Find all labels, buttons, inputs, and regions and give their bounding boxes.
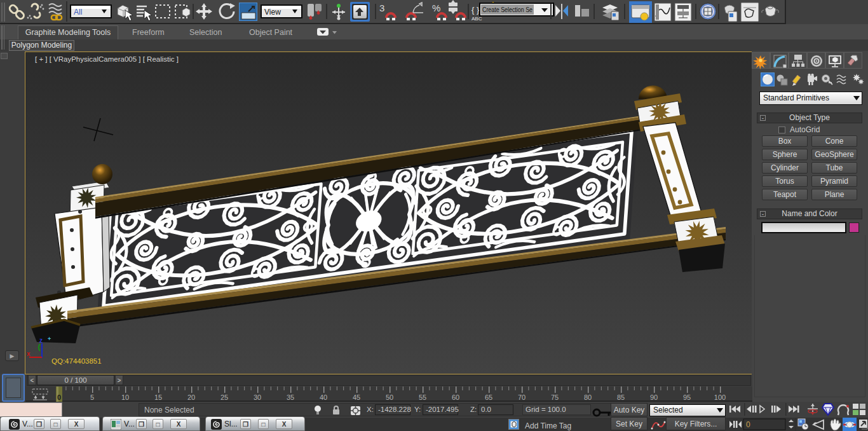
svg-text:3: 3: [379, 3, 384, 13]
svg-text:40: 40: [320, 393, 327, 401]
svg-text:85: 85: [617, 393, 625, 401]
svg-text:0: 0: [746, 420, 750, 429]
svg-text:90: 90: [650, 393, 658, 401]
svg-text:95: 95: [683, 393, 691, 401]
svg-text:[ + ] [ VRayPhysicalCamera005: [ + ] [ VRayPhysicalCamera005 ] [ Realis…: [35, 55, 179, 63]
svg-text:x: x: [27, 350, 31, 357]
svg-text:QQ:474403851: QQ:474403851: [51, 357, 102, 365]
svg-text:{ }: { }: [471, 5, 480, 15]
svg-text:65: 65: [485, 393, 492, 401]
svg-text:Create Selection Se: Create Selection Se: [482, 6, 532, 13]
svg-text:+: +: [48, 336, 51, 342]
svg-text:0: 0: [57, 393, 61, 401]
svg-text:50: 50: [386, 393, 393, 401]
svg-text:80: 80: [584, 393, 592, 401]
svg-text:100: 100: [714, 393, 726, 401]
svg-text:60: 60: [452, 393, 459, 401]
svg-text:70: 70: [518, 393, 526, 401]
svg-text:15: 15: [154, 393, 162, 401]
svg-text:45: 45: [353, 393, 360, 401]
svg-text:25: 25: [220, 393, 228, 401]
svg-text:30: 30: [254, 393, 261, 401]
svg-text:ABC: ABC: [471, 16, 482, 22]
svg-text:z: z: [39, 337, 43, 344]
svg-text:10: 10: [121, 393, 129, 401]
svg-text:5: 5: [90, 393, 94, 401]
svg-text:View: View: [264, 8, 281, 17]
svg-text:35: 35: [287, 393, 294, 401]
svg-text:55: 55: [419, 393, 426, 401]
svg-text:All: All: [74, 8, 82, 17]
svg-text:20: 20: [187, 393, 195, 401]
svg-text:75: 75: [551, 393, 559, 401]
svg-text:%: %: [432, 3, 440, 13]
